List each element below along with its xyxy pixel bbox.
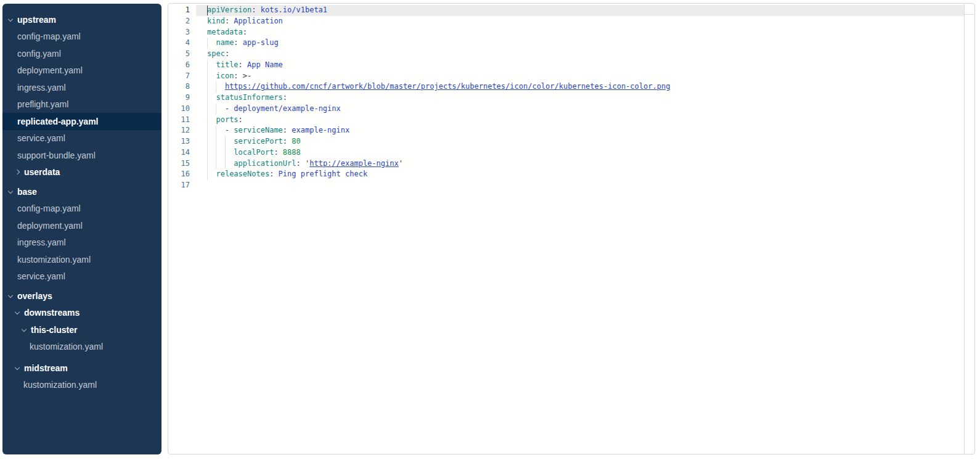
code-text: - deployment/example-nginx (207, 104, 964, 115)
indent-spaces (207, 170, 216, 178)
code-token-num: 80 (292, 137, 300, 146)
code-line-content[interactable]: apiVersion: kots.io/v1beta1 (196, 5, 964, 16)
code-token-str: Application (234, 17, 282, 25)
tree-item-label: midstream (24, 363, 68, 373)
line-number: 9 (168, 92, 196, 104)
code-token-punc: : (243, 28, 247, 36)
tree-item-label: kustomization.yaml (30, 342, 103, 351)
tree-item-label: userdata (24, 167, 60, 177)
tree-folder-userdata[interactable]: userdata (2, 164, 161, 181)
tree-file-service-yaml[interactable]: service.yaml (2, 130, 161, 147)
code-line-6[interactable]: 6 title: App Name (168, 60, 974, 71)
chevron-down-icon[interactable] (8, 17, 13, 22)
code-text: icon: >- (207, 71, 964, 82)
code-token-key: apiVersion (207, 6, 251, 14)
indent-guide (207, 147, 208, 158)
code-token-key: releaseNotes (216, 170, 269, 178)
code-line-content[interactable]: releaseNotes: Ping preflight check (196, 169, 964, 180)
code-link[interactable]: http://example-nginx (309, 159, 399, 168)
chevron-down-icon[interactable] (8, 189, 13, 194)
code-line-content[interactable]: metadata: (196, 27, 964, 38)
code-line-content[interactable]: name: app-slug (196, 38, 964, 49)
text-cursor (207, 6, 208, 15)
indent-guide (207, 81, 208, 92)
tree-item-label: base (17, 187, 37, 197)
code-line-14[interactable]: 14 localPort: 8888 (168, 147, 974, 158)
code-line-9[interactable]: 9 statusInformers: (168, 92, 974, 104)
tree-folder-base[interactable]: base (2, 183, 161, 200)
code-line-5[interactable]: 5spec: (168, 49, 974, 60)
code-line-16[interactable]: 16 releaseNotes: Ping preflight check (168, 169, 974, 180)
code-line-content[interactable]: title: App Name (196, 60, 964, 71)
tree-folder-overlays[interactable]: overlays (2, 287, 161, 305)
tree-file-ingress-yaml[interactable]: ingress.yaml (2, 234, 161, 252)
code-line-content[interactable]: spec: (196, 49, 964, 60)
tree-file-deployment-yaml[interactable]: deployment.yaml (2, 62, 161, 80)
code-token-str: deployment/example-nginx (234, 104, 340, 113)
code-token-punc: - (225, 104, 234, 113)
code-token-punc: : (283, 93, 287, 102)
chevron-down-icon[interactable] (15, 310, 20, 314)
tree-file-ingress-yaml[interactable]: ingress.yaml (2, 79, 161, 96)
code-line-4[interactable]: 4 name: app-slug (168, 38, 974, 49)
chevron-right-icon[interactable] (15, 170, 20, 175)
code-text: statusInformers: (207, 92, 964, 104)
code-link[interactable]: https://github.com/cncf/artwork/blob/mas… (225, 82, 670, 91)
chevron-down-icon[interactable] (15, 365, 20, 370)
tree-file-config-map-yaml[interactable]: config-map.yaml (2, 28, 161, 46)
chevron-down-icon[interactable] (22, 327, 27, 332)
code-line-content[interactable]: statusInformers: (196, 92, 964, 104)
code-line-content[interactable]: localPort: 8888 (196, 147, 964, 158)
code-line-12[interactable]: 12 - serviceName: example-nginx (168, 125, 974, 136)
line-number: 11 (168, 115, 196, 126)
code-lines: 1apiVersion: kots.io/v1beta12kind: Appli… (168, 4, 974, 191)
tree-file-config-yaml[interactable]: config.yaml (2, 45, 161, 62)
code-line-content[interactable]: servicePort: 80 (196, 136, 964, 147)
tree-file-deployment-yaml[interactable]: deployment.yaml (2, 217, 161, 234)
code-token-key: applicationUrl (234, 159, 296, 168)
code-line-content[interactable] (196, 180, 964, 191)
code-line-content[interactable]: kind: Application (196, 16, 964, 27)
tree-folder-midstream[interactable]: midstream (2, 359, 161, 377)
tree-file-service-yaml[interactable]: service.yaml (2, 268, 161, 285)
indent-guide (216, 81, 216, 92)
tree-file-kustomization-yaml[interactable]: kustomization.yaml (2, 251, 161, 268)
code-line-3[interactable]: 3metadata: (168, 27, 974, 38)
tree-file-replicated-app-yaml[interactable]: replicated-app.yaml (2, 113, 161, 130)
code-line-15[interactable]: 15 applicationUrl: 'http://example-nginx… (168, 158, 974, 170)
code-line-7[interactable]: 7 icon: >- (168, 71, 974, 82)
code-line-10[interactable]: 10 - deployment/example-nginx (168, 104, 974, 115)
chevron-down-icon[interactable] (8, 293, 13, 298)
code-line-8[interactable]: 8 https://github.com/cncf/artwork/blob/m… (168, 81, 974, 92)
tree-item-label: preflight.yaml (17, 99, 68, 109)
tree-file-config-map-yaml[interactable]: config-map.yaml (2, 200, 161, 218)
code-line-13[interactable]: 13 servicePort: 80 (168, 136, 974, 147)
code-line-content[interactable]: applicationUrl: 'http://example-nginx' (196, 158, 964, 170)
code-line-content[interactable]: ports: (196, 115, 964, 126)
code-line-content[interactable]: icon: >- (196, 71, 964, 82)
tree-folder-downstreams[interactable]: downstreams (2, 305, 161, 322)
tree-folder-upstream[interactable]: upstream (2, 11, 161, 28)
tree-file-kustomization-yaml[interactable]: kustomization.yaml (2, 339, 161, 356)
code-line-content[interactable]: - deployment/example-nginx (196, 104, 964, 115)
indent-guide (207, 169, 208, 180)
indent-spaces (207, 159, 234, 168)
line-number: 12 (168, 125, 196, 136)
tree-folder-this-cluster[interactable]: this-cluster (2, 321, 161, 339)
code-line-1[interactable]: 1apiVersion: kots.io/v1beta1 (168, 5, 974, 16)
code-line-content[interactable]: https://github.com/cncf/artwork/blob/mas… (196, 81, 964, 92)
code-editor-panel[interactable]: 1apiVersion: kots.io/v1beta12kind: Appli… (168, 3, 975, 454)
tree-item-label: deployment.yaml (17, 221, 83, 231)
indent-spaces (207, 72, 216, 80)
code-line-2[interactable]: 2kind: Application (168, 16, 974, 27)
tree-file-preflight-yaml[interactable]: preflight.yaml (2, 96, 161, 113)
indent-guide (207, 104, 208, 115)
tree-file-support-bundle-yaml[interactable]: support-bundle.yaml (2, 147, 161, 164)
indent-spaces (207, 137, 234, 146)
code-token-key: metadata (207, 28, 243, 36)
code-line-17[interactable]: 17 (168, 180, 974, 191)
tree-file-kustomization-yaml[interactable]: kustomization.yaml (2, 377, 161, 394)
code-line-11[interactable]: 11 ports: (168, 115, 974, 126)
code-token-punc: : (283, 137, 292, 146)
code-line-content[interactable]: - serviceName: example-nginx (196, 125, 964, 136)
